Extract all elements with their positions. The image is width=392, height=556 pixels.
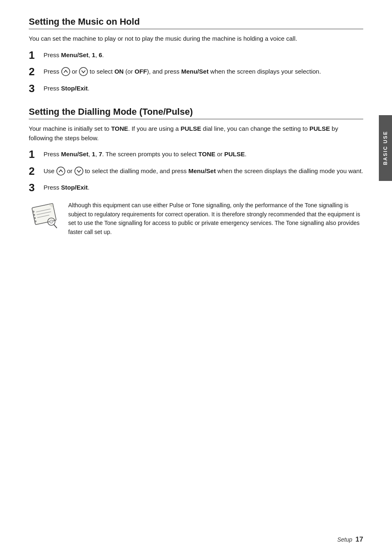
step-content: Press Menu/Set, 1, 6. <box>44 50 363 60</box>
step1-bold1: Menu/Set <box>61 51 89 58</box>
step-content: Press Stop/Exit. <box>44 183 363 192</box>
sidebar-tab-label: BASIC USE <box>383 131 388 165</box>
svg-point-1 <box>79 67 88 76</box>
section2-step1: 1 Press Menu/Set, 1, 7. The screen promp… <box>29 149 363 160</box>
step-content: Press Menu/Set, 1, 7. The screen prompts… <box>44 149 363 159</box>
s2-step3-bold1: Stop/Exit <box>61 184 88 191</box>
note-box: Although this equipment can use either P… <box>29 201 363 237</box>
s2-step1-bold4: TONE <box>198 151 215 158</box>
svg-point-3 <box>75 167 83 175</box>
section1-divider <box>29 29 363 29</box>
intro-bold2: PULSE <box>180 125 201 132</box>
step3-bold1: Stop/Exit <box>61 85 88 92</box>
s2-step1-bold3: 7 <box>99 151 102 158</box>
arrow-down-icon <box>79 67 88 76</box>
step2-bold3: Menu/Set <box>181 68 209 75</box>
svg-point-2 <box>57 167 65 175</box>
note-text: Although this equipment can use either P… <box>68 201 363 237</box>
intro-bold1: TONE <box>111 125 128 132</box>
section2-step2: 2 Use or to select the dialling mode, an… <box>29 166 363 177</box>
section1-steps: 1 Press Menu/Set, 1, 6. 2 Press or <box>29 50 363 95</box>
step-content: Use or to select the dialling mode, and … <box>44 166 363 176</box>
step-content: Press or to select ON (or OFF), and pres… <box>44 67 363 76</box>
arrow-down-icon <box>74 167 83 176</box>
section2-steps: 1 Press Menu/Set, 1, 7. The screen promp… <box>29 149 363 194</box>
step-content: Press Stop/Exit. <box>44 83 363 93</box>
sidebar-tab: BASIC USE <box>379 115 392 181</box>
s2-step1-bold2: 1 <box>92 151 95 158</box>
note-illustration <box>29 201 62 230</box>
step-number: 2 <box>29 66 44 78</box>
page-footer: Setup 17 <box>337 535 363 544</box>
step-number: 3 <box>29 83 44 95</box>
section-music-on-hold: Setting the Music on Hold You can set th… <box>29 16 363 94</box>
note-image <box>29 201 62 230</box>
step2-bold1: ON <box>114 68 124 75</box>
page: BASIC USE Setting the Music on Hold You … <box>0 0 392 556</box>
step1-bold2: 1 <box>92 51 95 58</box>
step-number: 3 <box>29 182 44 194</box>
intro-bold3: PULSE <box>309 125 330 132</box>
section1-step2: 2 Press or to select ON (or OFF), and pr… <box>29 67 363 78</box>
s2-step1-bold1: Menu/Set <box>61 151 89 158</box>
section2-divider <box>29 119 363 119</box>
section-dialling-mode: Setting the Dialling Mode (Tone/Pulse) Y… <box>29 107 363 237</box>
section1-heading: Setting the Music on Hold <box>29 16 363 27</box>
svg-line-13 <box>54 225 57 228</box>
step2-bold2: OFF <box>135 68 147 75</box>
arrow-up-icon <box>56 167 65 176</box>
step1-bold3: 6 <box>99 51 102 58</box>
step-number: 2 <box>29 165 44 177</box>
section1-intro: You can set the machine to play or not t… <box>29 34 363 44</box>
section2-heading: Setting the Dialling Mode (Tone/Pulse) <box>29 107 363 117</box>
svg-point-14 <box>50 220 53 223</box>
s2-step2-bold1: Menu/Set <box>189 167 216 174</box>
s2-step1-bold5: PULSE <box>224 151 245 158</box>
section2-step3: 3 Press Stop/Exit. <box>29 183 363 194</box>
arrow-up-icon <box>61 67 70 76</box>
step-number: 1 <box>29 148 44 160</box>
section1-step1: 1 Press Menu/Set, 1, 6. <box>29 50 363 61</box>
section2-intro: Your machine is initially set to TONE. I… <box>29 124 363 143</box>
svg-point-0 <box>62 67 70 76</box>
footer-page-number: 17 <box>355 535 363 543</box>
step-number: 1 <box>29 49 44 61</box>
footer-label: Setup <box>337 536 353 543</box>
section1-step3: 3 Press Stop/Exit. <box>29 83 363 95</box>
